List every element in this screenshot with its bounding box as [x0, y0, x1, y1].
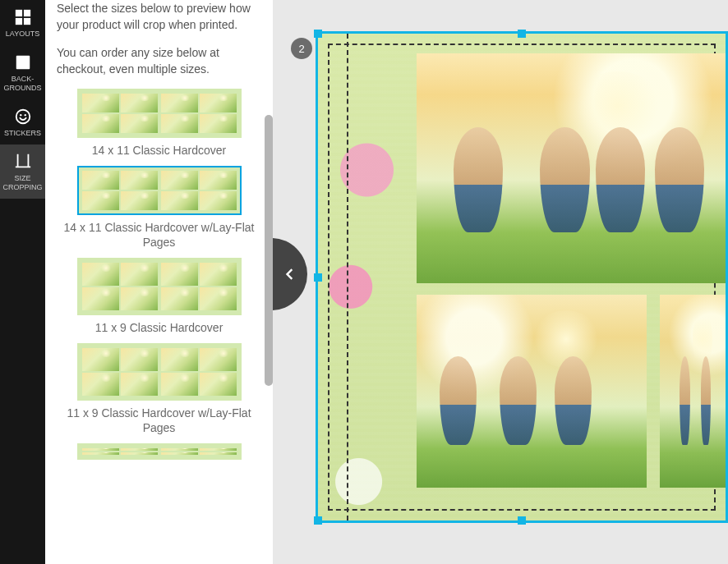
tool-rail: LAYOUTS BACK- GROUNDS STICKERS SIZE CROP…: [0, 0, 45, 564]
svg-rect-3: [23, 18, 30, 25]
rail-item-stickers[interactable]: STICKERS: [0, 99, 45, 144]
photo-slot-main[interactable]: [417, 53, 726, 283]
photo-slot-bottom-right[interactable]: [660, 295, 726, 488]
rail-label: LAYOUTS: [6, 30, 39, 39]
size-option-1[interactable]: 14 x 11 Classic Hardcover w/Lay-Flat Pag…: [57, 166, 261, 250]
size-label: 11 x 9 Classic Hardcover w/Lay-Flat Page…: [57, 406, 261, 435]
svg-point-7: [24, 114, 25, 116]
size-label: 14 x 11 Classic Hardcover w/Lay-Flat Pag…: [57, 220, 261, 250]
svg-rect-2: [15, 18, 21, 25]
svg-point-5: [16, 110, 30, 124]
page-spread[interactable]: [316, 31, 728, 523]
page-number-badge: 2: [291, 38, 312, 59]
size-option-0[interactable]: 14 x 11 Classic Hardcover: [57, 89, 261, 158]
collapse-panel-button[interactable]: [273, 238, 307, 310]
svg-rect-4: [16, 56, 30, 70]
rail-label: BACK- GROUNDS: [3, 75, 41, 93]
rail-label: STICKERS: [4, 129, 41, 138]
selection-handle-bl[interactable]: [314, 516, 322, 525]
selection-handle-ml[interactable]: [314, 273, 322, 282]
size-option-4[interactable]: [57, 443, 261, 460]
intro-line-2: You can order any size below at checkout…: [57, 44, 261, 77]
size-thumb: [77, 258, 242, 315]
panel-scrollbar[interactable]: [265, 115, 273, 386]
panel-intro: Select the sizes below to preview how yo…: [57, 0, 261, 77]
size-thumb: [77, 166, 242, 215]
side-panel: Select the sizes below to preview how yo…: [45, 0, 273, 564]
size-thumb: [77, 89, 242, 138]
stickers-icon: [14, 108, 32, 126]
rail-item-size-cropping[interactable]: SIZE CROPPING: [0, 144, 45, 199]
crop-icon: [14, 153, 32, 171]
size-label: 11 x 9 Classic Hardcover: [57, 320, 261, 335]
rail-item-backgrounds[interactable]: BACK- GROUNDS: [0, 45, 45, 99]
photo-slot-bottom-left[interactable]: [417, 295, 647, 488]
svg-rect-0: [15, 10, 21, 16]
size-thumb: [77, 443, 242, 460]
intro-line-1: Select the sizes below to preview how yo…: [57, 0, 261, 33]
rail-label: SIZE CROPPING: [2, 174, 42, 192]
size-option-3[interactable]: 11 x 9 Classic Hardcover w/Lay-Flat Page…: [57, 343, 261, 435]
svg-rect-1: [23, 10, 30, 16]
chevron-left-icon: [281, 263, 297, 286]
backgrounds-icon: [14, 53, 32, 71]
side-panel-scroll[interactable]: Select the sizes below to preview how yo…: [45, 0, 273, 564]
spine-guide: [347, 34, 348, 520]
selection-handle-bm[interactable]: [518, 516, 526, 525]
size-thumb: [77, 343, 242, 401]
svg-point-6: [20, 114, 21, 116]
size-option-2[interactable]: 11 x 9 Classic Hardcover: [57, 258, 261, 335]
editor-canvas[interactable]: 2: [273, 0, 728, 564]
size-label: 14 x 11 Classic Hardcover: [57, 143, 261, 158]
selection-handle-tm[interactable]: [518, 30, 526, 38]
rail-item-layouts[interactable]: LAYOUTS: [0, 0, 45, 45]
layouts-icon: [14, 8, 32, 26]
selection-handle-tl[interactable]: [314, 30, 322, 38]
